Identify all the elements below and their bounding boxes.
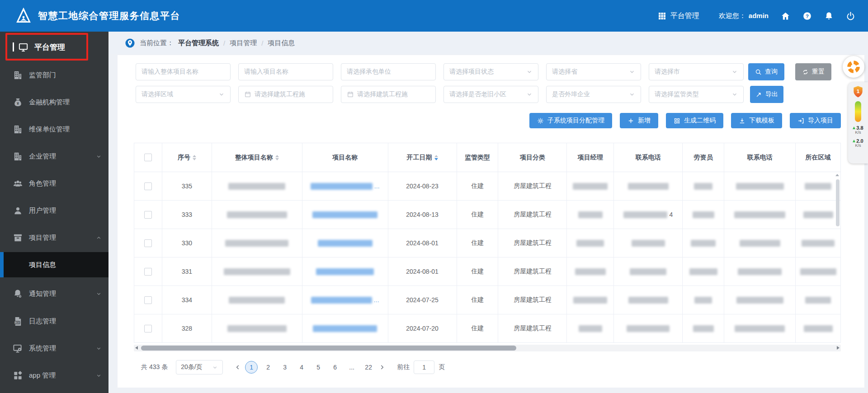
city-select[interactable]: 请选择市	[649, 63, 744, 80]
page-number-3[interactable]: 3	[278, 361, 291, 374]
cell-text: 房屋建筑工程	[514, 182, 552, 190]
cell-project_name[interactable]	[302, 314, 388, 343]
supervision-type-select[interactable]: 请选择监管类型	[649, 86, 744, 103]
non-local-enterprise-select[interactable]: 是否外埠企业	[546, 86, 641, 103]
sidebar-item-app-management[interactable]: app 管理	[0, 363, 108, 388]
more-pages-button[interactable]: ...	[345, 361, 358, 374]
ellipsis-text: ...	[374, 296, 379, 304]
old-community-select[interactable]: 请选择是否老旧小区	[443, 86, 538, 103]
page-size-select[interactable]: 20条/页	[176, 360, 223, 374]
project-name-input[interactable]: 请输入项目名称	[238, 63, 333, 80]
floating-swirl-widget[interactable]	[843, 56, 864, 78]
sidebar-item-enterprise-management[interactable]: 企业管理	[0, 144, 108, 169]
page-number-1[interactable]: 1	[245, 361, 258, 374]
reset-button-label: 重置	[812, 68, 825, 76]
region-select[interactable]: 请选择区域	[136, 86, 231, 103]
row-checkbox[interactable]	[144, 182, 152, 190]
sidebar-item-financial-institution[interactable]: ¥金融机构管理	[0, 89, 108, 115]
column-header-date[interactable]: 开工日期	[388, 143, 457, 172]
row-checkbox[interactable]	[144, 239, 152, 247]
construction-date-to-picker[interactable]: 请选择建筑工程施	[341, 86, 436, 103]
page-number-2[interactable]: 2	[262, 361, 274, 374]
redacted-text	[318, 240, 373, 247]
vertical-scrollbar-thumb[interactable]	[836, 179, 840, 226]
calendar-icon	[244, 91, 251, 98]
export-button[interactable]: 导出	[750, 86, 783, 103]
sidebar-item-project-management[interactable]: 项目管理	[0, 225, 108, 250]
redacted-text	[694, 297, 712, 304]
subsystem-project-assign-button[interactable]: 子系统项目分配管理	[529, 113, 612, 128]
column-header-select[interactable]	[134, 143, 162, 172]
sidebar-item-user-management[interactable]: 用户管理	[0, 198, 108, 223]
chevron-down-icon	[218, 91, 225, 98]
top-header: 智慧工地综合管理服务信息平台 平台管理 欢迎您：admin ?	[0, 0, 868, 32]
province-select[interactable]: 请选择省	[546, 63, 641, 80]
sidebar-item-system-management[interactable]: 系统管理	[0, 336, 108, 361]
sidebar-item-log-management[interactable]: LOG日志管理	[0, 309, 108, 334]
column-header-overall_name[interactable]: 整体项目名称	[212, 143, 302, 172]
placeholder-text: 请选择项目状态	[449, 68, 494, 76]
page-number-4[interactable]: 4	[295, 361, 308, 374]
sort-icon[interactable]	[275, 155, 279, 160]
platform-switcher[interactable]: 平台管理	[658, 11, 699, 21]
help-icon[interactable]: ?	[802, 11, 812, 21]
column-header-category: 项目分类	[498, 143, 567, 172]
sidebar-item-label: 通知管理	[29, 290, 56, 298]
horizontal-scrollbar[interactable]	[134, 345, 841, 351]
row-checkbox[interactable]	[144, 325, 152, 332]
goto-page-input[interactable]: 1	[414, 360, 434, 374]
bell-icon[interactable]	[824, 11, 834, 21]
page-number-6[interactable]: 6	[329, 361, 341, 374]
vertical-scrollbar[interactable]	[836, 175, 840, 337]
scroll-up-arrow[interactable]	[835, 172, 839, 176]
cell-manager	[567, 286, 614, 314]
cell-project_name[interactable]: ...	[302, 172, 388, 201]
row-checkbox[interactable]	[144, 268, 152, 276]
download-template-button[interactable]: 下载模板	[731, 113, 782, 128]
sidebar-item-maintenance-unit[interactable]: 维保单位管理	[0, 117, 108, 142]
import-project-button[interactable]: 导入项目	[790, 113, 841, 128]
next-page-icon[interactable]	[379, 364, 385, 370]
cell-project_name[interactable]	[302, 201, 388, 229]
breadcrumb-item-project-management[interactable]: 项目管理	[230, 39, 257, 47]
cell-project_name[interactable]	[302, 229, 388, 257]
generate-qrcode-button[interactable]: 生成二维码	[666, 113, 723, 128]
sidebar-item-supervision-department[interactable]: 监管部门	[0, 62, 108, 88]
page-number-22[interactable]: 22	[362, 361, 375, 374]
home-icon[interactable]	[781, 11, 790, 21]
breadcrumb-item-project-info[interactable]: 项目信息	[268, 39, 295, 47]
table-row: 3332024-08-13住建房屋建筑工程4	[134, 201, 841, 229]
horizontal-scrollbar-thumb[interactable]	[141, 346, 516, 351]
scroll-right-icon[interactable]	[837, 346, 840, 350]
cell-phone1	[614, 314, 683, 343]
prev-page-icon[interactable]	[235, 364, 241, 370]
redacted-text	[312, 211, 377, 218]
search-button[interactable]: 查询	[748, 63, 784, 80]
scroll-left-icon[interactable]	[135, 346, 138, 350]
contractor-select[interactable]: 请选择承包单位	[341, 63, 436, 80]
page-number-5[interactable]: 5	[312, 361, 325, 374]
sidebar-item-platform-management[interactable]: 平台管理	[0, 34, 108, 60]
reset-button[interactable]: 重置	[795, 63, 831, 80]
power-icon[interactable]	[846, 11, 855, 21]
redacted-text	[228, 183, 285, 190]
sidebar-item-notice-management[interactable]: 通知管理	[0, 281, 108, 306]
sort-icon[interactable]	[193, 155, 196, 160]
add-button[interactable]: 新增	[620, 113, 658, 128]
sort-icon[interactable]	[434, 155, 438, 160]
cell-project_name[interactable]: ...	[302, 286, 388, 314]
cell-project_name[interactable]	[302, 257, 388, 286]
column-label: 项目经理	[578, 154, 603, 162]
sidebar-item-project-info[interactable]: 项目信息	[0, 252, 108, 277]
cell-select	[134, 201, 162, 229]
floating-monitor-widget[interactable]: 1 3.8 K/s 2.0 K/s	[848, 82, 868, 164]
project-status-select[interactable]: 请选择项目状态	[443, 63, 538, 80]
construction-date-from-picker[interactable]: 请选择建筑工程施	[238, 86, 333, 103]
overall-project-name-input[interactable]: 请输入整体项目名称	[136, 63, 231, 80]
column-header-seq[interactable]: 序号	[162, 143, 212, 172]
row-checkbox[interactable]	[144, 211, 152, 219]
row-checkbox[interactable]	[144, 296, 152, 304]
select-all-checkbox[interactable]	[144, 154, 152, 161]
sidebar-item-role-management[interactable]: 角色管理	[0, 171, 108, 196]
placeholder-text: 是否外埠企业	[552, 90, 590, 98]
